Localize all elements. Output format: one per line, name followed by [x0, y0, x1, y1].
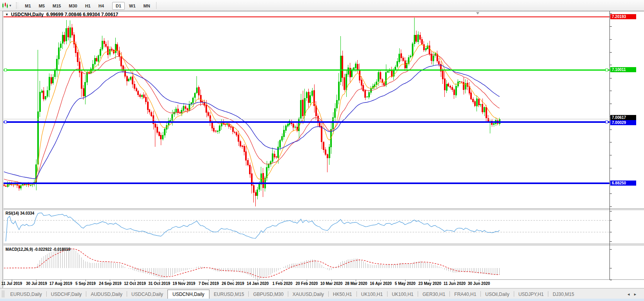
date-label: 7 Dec 2019 — [198, 281, 219, 286]
date-label: 14 Jan 2020 — [247, 281, 269, 286]
date-label: 23 May 2020 — [418, 281, 441, 286]
timeframe-button-m30[interactable]: M30 — [65, 2, 81, 10]
lower-support-line-badge: 6.88250 — [610, 181, 636, 186]
timeframe-toolbar: ▾ M1M5M15M30H1H4D1W1MN — [0, 0, 644, 11]
date-label: 30 Jul 2019 — [26, 281, 47, 286]
timeframe-button-w1[interactable]: W1 — [126, 2, 139, 10]
toolbar-grip[interactable] — [16, 2, 18, 9]
tab-scroll-left-icon[interactable]: ◄ — [627, 292, 633, 296]
trading-terminal: ▾ M1M5M15M30H1H4D1W1MN ▼USDCNH,Daily 6.9… — [0, 0, 644, 301]
chart-title[interactable]: ▼USDCNH,Daily 6.99699 7.00846 6.99304 7.… — [5, 12, 118, 17]
tab-eurusd-daily[interactable]: EURUSD,Daily — [6, 290, 46, 299]
tabs: EURUSD,DailyUSDCHF,DailyAUDUSD,DailyUSDC… — [6, 289, 579, 299]
date-label: 31 Oct 2019 — [148, 281, 170, 286]
collapse-triangle-icon[interactable]: ▼ — [5, 13, 9, 16]
timeframe-buttons: M1M5M15M30H1H4D1W1MN — [21, 2, 154, 9]
timeframe-button-h1[interactable]: H1 — [82, 2, 94, 10]
tab-usdcnh-daily[interactable]: USDCNH,Daily — [167, 290, 209, 299]
date-label: 10 Mar 2020 — [320, 281, 343, 286]
chevron-down-icon[interactable]: ▾ — [9, 4, 11, 7]
timeframe-button-m5[interactable]: M5 — [35, 2, 48, 10]
candlestick-chart-icon[interactable] — [2, 2, 9, 9]
timeframe-button-m1[interactable]: M1 — [22, 2, 35, 10]
tab-dj30-m15[interactable]: DJ30,M15 — [548, 290, 579, 299]
date-label: 30 Jun 2020 — [468, 281, 490, 286]
tab-uk100-h1[interactable]: UK100,H1 — [387, 290, 418, 299]
tab-gbpusd-m30[interactable]: GBPUSD,M30 — [249, 290, 287, 299]
resistance-line-badge: 7.20193 — [610, 14, 636, 19]
timeframe-button-h4[interactable]: H4 — [95, 2, 107, 10]
tab-usdcad-daily[interactable]: USDCAD,Daily — [127, 290, 167, 299]
price-chart-plot[interactable] — [0, 0, 644, 301]
date-label: 11 Jul 2019 — [2, 281, 22, 286]
date-label: 24 Sep 2019 — [99, 281, 121, 286]
date-label: 12 Oct 2019 — [124, 281, 146, 286]
date-label: 17 Aug 2019 — [49, 281, 72, 286]
date-label: 26 Dec 2019 — [222, 281, 244, 286]
timeframe-button-d1[interactable]: D1 — [112, 2, 125, 10]
tab-uk100-h1[interactable]: UK100,H1 — [357, 290, 387, 299]
tab-ger30-h1[interactable]: GER30,H1 — [418, 290, 449, 299]
timeframe-button-mn[interactable]: MN — [140, 2, 154, 10]
date-label: 11 Jun 2020 — [444, 281, 466, 286]
toolbar-separator — [156, 2, 156, 9]
date-label: 19 Nov 2019 — [173, 281, 195, 286]
date-label: 1 Feb 2020 — [272, 281, 292, 286]
current-price-badge: 7.00617 — [610, 115, 636, 120]
tab-scroll-right-icon[interactable]: ► — [633, 292, 640, 296]
support-line-badge: 7.00029 — [610, 120, 636, 125]
chart-title-text: USDCNH,Daily 6.99699 7.00846 6.99304 7.0… — [11, 12, 118, 17]
date-label: 16 Apr 2020 — [370, 281, 392, 286]
status-strip — [0, 299, 644, 301]
green-line-badge: 7.10011 — [610, 67, 636, 72]
tabbar-grip[interactable] — [2, 291, 5, 298]
date-label: 5 Sep 2019 — [75, 281, 96, 286]
tab-eurusd-m15[interactable]: EURUSD,M15 — [209, 290, 248, 299]
date-label: 5 May 2020 — [395, 281, 416, 286]
tab-audusd-daily[interactable]: AUDUSD,Daily — [86, 290, 127, 299]
tab-fra40-h1[interactable]: FRA40,H1 — [450, 290, 480, 299]
timeframe-button-m15[interactable]: M15 — [49, 2, 64, 10]
rsi-label: RSI(14) 34.0334 — [5, 211, 34, 215]
tab-usoil-daily[interactable]: USOil,Daily — [481, 290, 513, 299]
chart-tab-bar: EURUSD,DailyUSDCHF,DailyAUDUSD,DailyUSDC… — [0, 288, 644, 299]
date-label: 28 Mar 2020 — [345, 281, 367, 286]
tab-xauusd-daily[interactable]: XAUUSD,Daily — [288, 290, 328, 299]
date-label: 20 Feb 2020 — [296, 281, 318, 286]
tab-usdchf-daily[interactable]: USDCHF,Daily — [47, 290, 86, 299]
tab-usdjpy-h1[interactable]: USDJPY,H1 — [514, 290, 548, 299]
macd-label: MACD(12,26,9) -0.022922 -0.018019 — [5, 247, 71, 252]
tab-hk50-h1[interactable]: HK50,H1 — [329, 290, 357, 299]
tab-scroll-arrows: ◄► — [627, 292, 640, 296]
